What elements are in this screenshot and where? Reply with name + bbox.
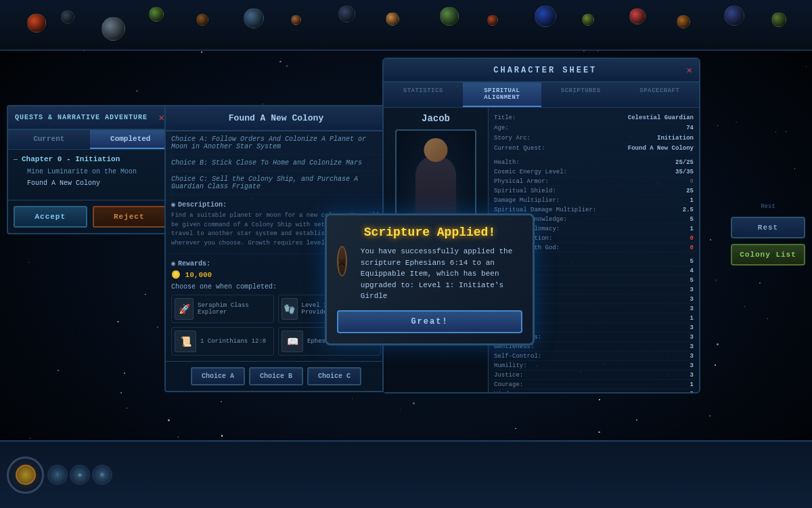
decorative-planet xyxy=(196,14,208,26)
story-arc-value: Initiation xyxy=(657,135,694,142)
stat-armor: Physical Armor:0 xyxy=(494,177,694,186)
quests-title: QUESTS & NARRATIVE ADVENTURE xyxy=(15,114,148,121)
reward-name-1: Seraphim Class Explorer xyxy=(198,302,271,316)
char-sheet-title: CHARACTER SHEET xyxy=(404,66,687,75)
great-button[interactable]: Great! xyxy=(337,310,522,333)
decorative-planet xyxy=(386,12,399,26)
emblem-icon xyxy=(16,465,36,485)
reward-icon-3: 📜 xyxy=(175,331,196,352)
quests-close-button[interactable]: ✕ xyxy=(159,112,164,123)
tab-scriptures[interactable]: Scriptures xyxy=(541,83,621,107)
tab-current[interactable]: Current xyxy=(8,130,90,149)
quest-subitem-1[interactable]: Mine Luminarite on the Moon xyxy=(14,166,166,177)
scripture-popup: Scripture Applied! ⚔ You have successsfu… xyxy=(325,213,535,345)
stat-self-control: Self-Control:3 xyxy=(494,352,694,361)
hud-emblem xyxy=(7,457,44,494)
decorative-planet xyxy=(771,12,786,27)
quest-list: — Chapter 0 - Initiation Mine Luminarite… xyxy=(8,150,171,200)
decorative-planet xyxy=(27,14,46,33)
stat-courage: Courage:1 xyxy=(494,380,694,389)
hud-mini-icons: ↑ ◈ ⊕ xyxy=(47,465,112,485)
reward-icon-1: 🚀 xyxy=(175,298,194,320)
decorative-planet xyxy=(487,15,498,26)
decorative-planet xyxy=(582,14,594,26)
char-name: Jacob xyxy=(422,113,450,124)
decorative-planet xyxy=(149,7,164,22)
decorative-planet xyxy=(61,10,74,24)
top-bar xyxy=(0,0,812,51)
scripture-text: You have successsfully applied the scrip… xyxy=(361,246,522,302)
tab-statistics[interactable]: Statistics xyxy=(384,83,463,107)
decorative-planet xyxy=(291,15,301,25)
quests-header: QUESTS & NARRATIVE ADVENTURE ✕ xyxy=(8,106,171,130)
reward-icon-2: 🧤 xyxy=(281,298,298,320)
reward-name-3: 1 Corinthians 12:8 xyxy=(200,338,266,345)
tab-completed[interactable]: Completed xyxy=(90,130,172,149)
title-value: Celestial Guardian xyxy=(628,114,694,121)
stat-health: Health:25/25 xyxy=(494,158,694,167)
tab-spiritual-alignment[interactable]: Spiritual Alignment xyxy=(463,83,542,107)
rewards-icon: ◉ xyxy=(171,259,175,268)
reward-item-1[interactable]: 🚀 Seraphim Class Explorer xyxy=(171,295,274,323)
decorative-planet xyxy=(244,8,264,28)
stat-justice: Justice:3 xyxy=(494,371,694,380)
decorative-planet xyxy=(629,8,646,24)
quest-action-buttons: Accept Reject xyxy=(8,200,171,233)
current-quest-value: Found A New Colony xyxy=(628,145,694,152)
choice-c-button[interactable]: Choice C xyxy=(307,367,361,385)
right-sidebar: Rest Rest Colony List xyxy=(731,203,805,266)
decorative-planet xyxy=(102,17,125,41)
stat-wisdom: Wisdom:5 xyxy=(494,389,694,392)
chapter-header: — Chapter 0 - Initiation xyxy=(14,155,166,163)
char-sheet-header: CHARACTER SHEET ✕ xyxy=(384,59,699,83)
choice-a-button[interactable]: Choice A xyxy=(191,367,245,385)
accept-button[interactable]: Accept xyxy=(14,206,87,228)
mini-icon-1[interactable]: ↑ xyxy=(47,465,68,485)
bottom-hud: ↑ ◈ ⊕ xyxy=(0,440,812,508)
rest-label: Rest xyxy=(731,203,805,210)
hud-left: ↑ ◈ ⊕ xyxy=(7,457,196,494)
decorative-planet xyxy=(535,5,556,27)
stat-shield: Spiritual Shield:25 xyxy=(494,186,694,196)
story-arc-label: Story Arc: xyxy=(494,135,531,142)
scripture-popup-title: Scripture Applied! xyxy=(337,226,522,239)
scripture-content: ⚔ You have successsfully applied the scr… xyxy=(337,246,522,302)
description-label: ◉ Description: xyxy=(171,200,381,209)
choice-b-label: Choice B: Stick Close To Home and Coloni… xyxy=(171,159,381,167)
reward-icon-4: 📖 xyxy=(281,331,303,352)
choice-a-label: Choice A: Follow Orders And Colonize A P… xyxy=(171,135,381,150)
chapter-name: Chapter 0 - Initiation xyxy=(22,155,120,163)
reward-item-3[interactable]: 📜 1 Corinthians 12:8 xyxy=(171,327,274,356)
quest-detail-title: Found A New Colony xyxy=(173,113,380,123)
description-icon: ◉ xyxy=(171,200,175,209)
reject-button[interactable]: Reject xyxy=(93,206,166,228)
title-label: Title: xyxy=(494,114,516,121)
scripture-icon: ⚔ xyxy=(337,246,347,276)
stat-energy: Cosmic Energy Level:35/35 xyxy=(494,167,694,177)
colony-list-button[interactable]: Colony List xyxy=(731,244,805,266)
chapter-item: — Chapter 0 - Initiation Mine Luminarite… xyxy=(14,155,166,189)
char-tabs: Statistics Spiritual Alignment Scripture… xyxy=(384,83,699,108)
quest-subitem-2[interactable]: Found A New Colony xyxy=(14,177,166,189)
quests-panel: QUESTS & NARRATIVE ADVENTURE ✕ Current C… xyxy=(7,105,173,234)
choice-c-label: Choice C: Sell the Colony Ship, and Purc… xyxy=(171,175,381,190)
char-sheet-close-button[interactable]: ✕ xyxy=(687,64,692,76)
reward-gold: 🪙 10,000 xyxy=(171,270,212,279)
choice-b-row: Choice B: Stick Close To Home and Coloni… xyxy=(166,155,386,171)
choice-buttons: Choice A Choice B Choice C xyxy=(166,361,386,391)
age-label: Age: xyxy=(494,125,509,131)
quest-detail-header: Found A New Colony xyxy=(166,106,386,131)
stat-humility: Humility:3 xyxy=(494,361,694,371)
decorative-planet xyxy=(338,5,355,22)
tab-spacecraft[interactable]: Spacecraft xyxy=(621,83,700,107)
decorative-planet xyxy=(724,5,744,26)
quest-tabs: Current Completed xyxy=(8,130,171,150)
mini-icon-2[interactable]: ◈ xyxy=(70,465,90,485)
chapter-toggle[interactable]: — xyxy=(14,156,18,163)
current-quest-label: Current Quest: xyxy=(494,145,545,152)
rest-button[interactable]: Rest xyxy=(731,217,805,238)
stat-damage: Damage Multiplier:1 xyxy=(494,196,694,205)
choice-c-row: Choice C: Sell the Colony Ship, and Purc… xyxy=(166,171,386,195)
mini-icon-3[interactable]: ⊕ xyxy=(92,465,112,485)
choice-b-button[interactable]: Choice B xyxy=(249,367,303,385)
